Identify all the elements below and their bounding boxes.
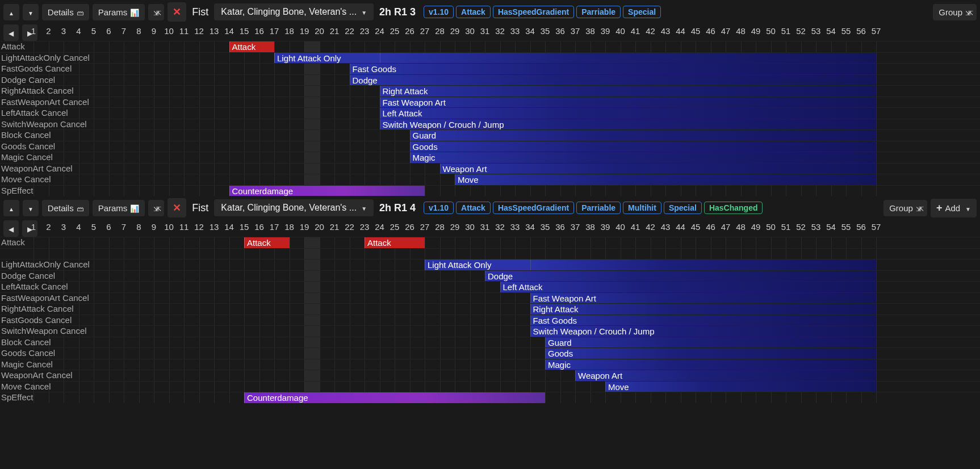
- prev-button[interactable]: [3, 220, 19, 237]
- timeline-bar[interactable]: Weapon Art: [575, 370, 876, 381]
- ruler-tick: 21: [330, 26, 340, 36]
- prev-button[interactable]: [3, 24, 19, 41]
- timeline-bar[interactable]: Counterdamage: [229, 186, 425, 196]
- ruler-tick: 27: [420, 26, 430, 36]
- frame-ruler[interactable]: 1234567891011121314151617181920212223242…: [45, 24, 980, 41]
- timeline-bar[interactable]: Attack: [244, 237, 290, 248]
- details-icon: [77, 7, 83, 17]
- timeline-bar[interactable]: Goods: [410, 141, 877, 152]
- tag-multihit[interactable]: Multihit: [623, 202, 661, 214]
- ruler-tick: 46: [706, 222, 715, 232]
- timeline-bar[interactable]: Attack: [365, 237, 425, 248]
- move-up-button[interactable]: [3, 200, 19, 216]
- timeline-bar[interactable]: Dodge: [350, 75, 877, 86]
- move-down-button[interactable]: [23, 4, 39, 20]
- group-button[interactable]: Group: [883, 200, 927, 216]
- ruler-tick: 40: [615, 222, 625, 232]
- ruler-tick: 2: [46, 26, 51, 36]
- timeline-row: AttackAttackAttack: [0, 237, 980, 248]
- timeline-bar[interactable]: Left Attack: [380, 108, 877, 119]
- close-button[interactable]: ✕: [167, 198, 186, 217]
- frame-ruler[interactable]: 1234567891011121314151617181920212223242…: [45, 220, 980, 237]
- tag-v1.10[interactable]: v1.10: [424, 6, 454, 18]
- move-down-button[interactable]: [23, 200, 39, 216]
- timeline-bar[interactable]: Dodge: [485, 271, 876, 282]
- ruler-tick: 51: [781, 222, 791, 232]
- timeline-bar[interactable]: Move: [605, 382, 876, 392]
- timeline-chart[interactable]: AttackAttackAttackLightAttackOnly Cancel…: [0, 237, 980, 403]
- close-button[interactable]: ✕: [167, 2, 186, 22]
- timeline-bar[interactable]: Guard: [410, 130, 877, 141]
- row-label: FastWeaponArt Cancel: [0, 293, 89, 303]
- timeline-bar[interactable]: Fast Goods: [530, 315, 877, 326]
- chevron-down-icon: [28, 203, 33, 213]
- timeline-bar[interactable]: Magic: [410, 152, 877, 163]
- timeline-bar[interactable]: Move: [455, 174, 876, 185]
- row-label: FastWeaponArt Cancel: [0, 97, 89, 107]
- group-button[interactable]: Group: [933, 4, 977, 20]
- timeline-bar[interactable]: Fast Goods: [350, 64, 877, 74]
- timeline-bar[interactable]: [380, 53, 877, 64]
- params-button[interactable]: Params: [93, 200, 145, 216]
- details-label: Details: [48, 203, 74, 213]
- timeline-bar[interactable]: Right Attack: [380, 86, 877, 97]
- tag-parriable[interactable]: Parriable: [576, 6, 621, 18]
- timeline-bar[interactable]: Attack: [229, 41, 275, 52]
- timeline-bar[interactable]: Light Attack Only: [425, 259, 530, 270]
- bar-label: Counterdamage: [232, 186, 294, 196]
- add-button[interactable]: Add: [931, 199, 977, 217]
- tag-hasspeedgradient[interactable]: HasSpeedGradient: [493, 202, 574, 214]
- ruler-tick: 50: [766, 222, 776, 232]
- collapse-button[interactable]: [148, 4, 164, 20]
- chevron-down-icon: [361, 7, 367, 17]
- tag-attack[interactable]: Attack: [456, 6, 491, 18]
- tag-parriable[interactable]: Parriable: [576, 202, 621, 214]
- timeline-row: LightAttackOnly CancelLight Attack Only: [0, 259, 980, 270]
- tag-hasspeedgradient[interactable]: HasSpeedGradient: [493, 6, 574, 18]
- row-label: LightAttackOnly Cancel: [0, 53, 90, 62]
- ruler-tick: 35: [541, 222, 550, 232]
- tag-special[interactable]: Special: [623, 6, 661, 18]
- tag-special[interactable]: Special: [664, 202, 702, 214]
- timeline-bar[interactable]: Fast Weapon Art: [380, 97, 877, 108]
- details-button[interactable]: Details: [42, 4, 89, 20]
- timeline-bar[interactable]: Light Attack Only: [274, 53, 380, 64]
- timeline-bar[interactable]: Switch Weapon / Crouch / Jump: [380, 119, 877, 130]
- ruler-tick: 25: [390, 26, 400, 36]
- ruler-tick: 5: [91, 222, 96, 232]
- ruler-tick: 16: [254, 26, 264, 36]
- timeline-row: Goods CancelGoods: [0, 141, 980, 152]
- weapon-dropdown[interactable]: Katar, Clinging Bone, Veteran's ...: [214, 3, 374, 20]
- timeline-bar[interactable]: Right Attack: [530, 304, 877, 315]
- ruler-tick: 53: [811, 26, 821, 36]
- tag-attack[interactable]: Attack: [456, 202, 491, 214]
- ruler-tick: 33: [510, 26, 520, 36]
- params-button[interactable]: Params: [93, 4, 145, 20]
- timeline-bar[interactable]: [530, 259, 877, 270]
- timeline-bar[interactable]: Fast Weapon Art: [530, 293, 877, 304]
- timeline-chart[interactable]: AttackAttackLightAttackOnly CancelLight …: [0, 41, 980, 196]
- details-button[interactable]: Details: [42, 200, 89, 216]
- row-label: Move Cancel: [0, 382, 51, 391]
- row-label: Move Cancel: [0, 174, 51, 184]
- tag-v1.10[interactable]: v1.10: [424, 202, 454, 214]
- move-up-button[interactable]: [3, 4, 19, 20]
- weapon-dropdown[interactable]: Katar, Clinging Bone, Veteran's ...: [214, 199, 374, 216]
- timeline-bar[interactable]: Magic: [545, 359, 876, 370]
- timeline-row: Block CancelGuard: [0, 337, 980, 348]
- collapse-button[interactable]: [148, 200, 164, 216]
- timeline-bar[interactable]: Left Attack: [500, 282, 877, 292]
- ruler-tick: 19: [300, 222, 309, 232]
- timeline-row: Move CancelMove: [0, 381, 980, 392]
- row-label: Goods Cancel: [0, 348, 55, 358]
- bar-label: Weapon Art: [443, 164, 487, 174]
- timeline-bar[interactable]: Goods: [545, 348, 876, 359]
- tag-haschanged[interactable]: HasChanged: [704, 202, 763, 214]
- bar-label: Attack: [247, 238, 271, 248]
- ruler-tick: 18: [284, 222, 294, 232]
- timeline-bar[interactable]: Counterdamage: [244, 392, 545, 403]
- timeline-bar[interactable]: Switch Weapon / Crouch / Jump: [530, 326, 877, 337]
- ruler-tick: 34: [525, 222, 535, 232]
- timeline-bar[interactable]: Guard: [545, 337, 876, 348]
- timeline-bar[interactable]: Weapon Art: [440, 164, 877, 174]
